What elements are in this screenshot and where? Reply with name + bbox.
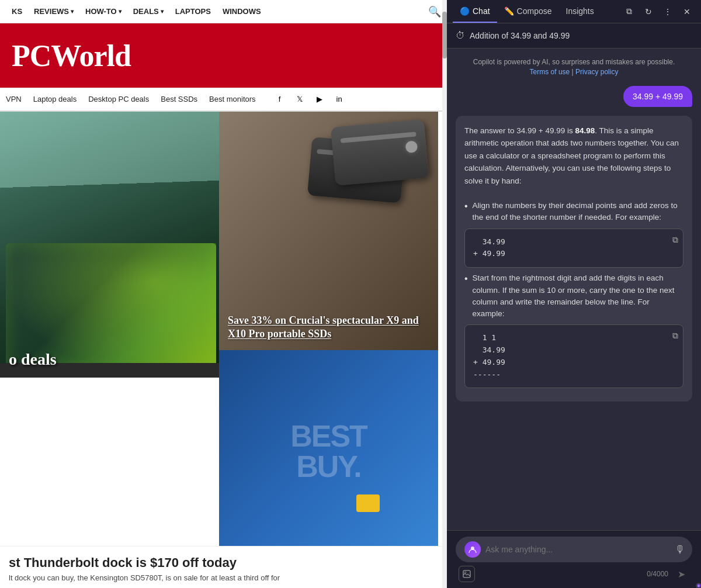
conversation-title-text: Addition of 34.99 and 49.99 [470, 31, 570, 40]
close-button[interactable]: ✕ [679, 4, 695, 20]
send-button[interactable]: ➤ [673, 566, 689, 582]
bestbuy-tag [356, 494, 380, 512]
nav-item-howto[interactable]: HOW-TO ▾ [79, 7, 127, 16]
compose-tab-icon: ✏️ [504, 6, 514, 16]
disclaimer: Copilot is powered by AI, so surprises a… [456, 57, 692, 77]
chat-tab-icon: 🔵 [460, 6, 470, 16]
copy-code-2-button[interactable]: ⧉ [672, 330, 678, 343]
bottom-strip: st Thunderbolt dock is $170 off today lt… [0, 546, 442, 588]
code-block-2: ⧉ 1 1 34.99 + 49.99 ------ [464, 324, 683, 388]
nav-items: KS REVIEWS ▾ HOW-TO ▾ DEALS ▾ LAPTOPS WI… [6, 7, 428, 16]
input-bottom-row: 0/4000 ➤ [456, 562, 692, 583]
chat-input-area: + 🎙 0/4000 ➤ [447, 530, 701, 588]
tab-insights[interactable]: Insights [559, 0, 601, 23]
input-row: + 🎙 [456, 537, 692, 562]
scroll-thumb[interactable] [442, 12, 447, 58]
hero-image: o deals [0, 112, 219, 378]
chat-messages: Copilot is powered by AI, so surprises a… [447, 49, 701, 530]
article-ssd[interactable]: Save 33% on Crucial's spectacular X9 and… [219, 112, 438, 350]
twitter-icon[interactable]: 𝕏 [293, 93, 306, 106]
open-new-window-button[interactable]: ⧉ [621, 4, 637, 20]
copilot-header: 🔵 Chat ✏️ Compose Insights ⧉ ↻ ⋮ ✕ [447, 0, 701, 23]
bottom-subtext: lt dock you can buy, the Kensington SD57… [9, 573, 433, 582]
avatar-icon [468, 545, 477, 554]
social-icons: f 𝕏 ▶ in [273, 93, 346, 106]
ssd-device-front [331, 119, 429, 186]
image-input-button[interactable] [459, 566, 475, 582]
facebook-icon[interactable]: f [273, 93, 286, 106]
scrollbar[interactable] [442, 0, 447, 588]
privacy-link[interactable]: Privacy policy [575, 68, 618, 76]
nav-item-ks[interactable]: KS [6, 7, 28, 16]
nav-item-laptops[interactable]: LAPTOPS [169, 7, 217, 16]
site-header: PCWorld [0, 23, 447, 88]
bullet-text-2: Start from the rightmost digit and add t… [473, 272, 683, 320]
char-count: 0/4000 [647, 570, 668, 578]
code-content-2: 1 1 34.99 + 49.99 ------ [473, 332, 675, 381]
bottom-headline[interactable]: st Thunderbolt dock is $170 off today [9, 555, 433, 570]
bestbuy-visual: BESTBUY. [219, 350, 438, 554]
tab-chat[interactable]: 🔵 Chat [453, 0, 497, 23]
image-icon [463, 570, 471, 578]
hero-text: o deals [9, 351, 57, 369]
bullet-text-1: Align the numbers by their decimal point… [473, 200, 683, 224]
chat-input[interactable] [485, 545, 670, 554]
nav-vpn[interactable]: VPN [6, 95, 22, 103]
nav-best-monitors[interactable]: Best monitors [209, 95, 255, 103]
bullet-item-1: • Align the numbers by their decimal poi… [464, 200, 683, 224]
insights-tab-label: Insights [566, 6, 594, 16]
nav-item-windows[interactable]: WINDOWS [217, 7, 267, 16]
copy-code-1-button[interactable]: ⧉ [672, 234, 678, 247]
ai-bullet-list-2: • Start from the rightmost digit and add… [464, 272, 683, 320]
hero-laptop-visual: o deals [0, 112, 219, 378]
tab-compose[interactable]: ✏️ Compose [497, 0, 559, 23]
svg-point-2 [464, 572, 466, 573]
nav-best-ssds[interactable]: Best SSDs [161, 95, 197, 103]
compose-tab-label: Compose [517, 6, 552, 16]
youtube-icon[interactable]: ▶ [313, 93, 326, 106]
refresh-button[interactable]: ↻ [640, 4, 657, 20]
more-options-button[interactable]: ⋮ [660, 4, 676, 20]
website-panel: KS REVIEWS ▾ HOW-TO ▾ DEALS ▾ LAPTOPS WI… [0, 0, 447, 588]
nav-item-reviews[interactable]: REVIEWS ▾ [28, 7, 79, 16]
main-content: o deals [0, 112, 447, 588]
nav-item-deals[interactable]: DEALS ▾ [127, 7, 169, 16]
ssd-article-text: Save 33% on Crucial's spectacular X9 and… [228, 314, 429, 341]
bullet-dot-2: • [464, 272, 468, 320]
history-icon: ⏱ [456, 30, 465, 41]
copilot-panel: 🔵 Chat ✏️ Compose Insights ⧉ ↻ ⋮ ✕ ⏱ Add… [447, 0, 701, 588]
search-icon[interactable]: 🔍 [428, 5, 441, 18]
code-block-1: ⧉ 34.99 + 49.99 [464, 229, 683, 268]
terms-link[interactable]: Terms of use [530, 68, 570, 76]
ai-answer: 84.98 [575, 126, 595, 135]
conversation-title-bar: ⏱ Addition of 34.99 and 49.99 [447, 23, 701, 49]
ssd-visual [310, 123, 426, 205]
bullet-dot-1: • [464, 200, 468, 224]
code-content-1: 34.99 + 49.99 [473, 236, 675, 261]
ai-response-text: The answer to 34.99 + 49.99 is 84.98. Th… [464, 124, 683, 188]
top-nav: KS REVIEWS ▾ HOW-TO ▾ DEALS ▾ LAPTOPS WI… [0, 0, 447, 23]
header-actions: ⧉ ↻ ⋮ ✕ [621, 4, 695, 20]
ai-bullet-list: • Align the numbers by their decimal poi… [464, 200, 683, 224]
secondary-nav: VPN Laptop deals Desktop PC deals Best S… [0, 88, 447, 111]
ai-response: The answer to 34.99 + 49.99 is 84.98. Th… [456, 116, 692, 402]
nav-desktop-deals[interactable]: Desktop PC deals [88, 95, 149, 103]
bullet-item-2: • Start from the rightmost digit and add… [464, 272, 683, 320]
chat-tab-label: Chat [473, 6, 490, 16]
bestbuy-logo: BESTBUY. [290, 421, 367, 482]
chat-avatar: + [464, 541, 481, 558]
site-logo: PCWorld [12, 39, 131, 73]
nav-laptop-deals[interactable]: Laptop deals [33, 95, 77, 103]
mic-icon[interactable]: 🎙 [675, 544, 685, 556]
user-message: 34.99 + 49.99 [623, 86, 692, 107]
side-articles: Save 33% on Crucial's spectacular X9 and… [219, 112, 438, 588]
linkedin-icon[interactable]: in [333, 93, 346, 106]
